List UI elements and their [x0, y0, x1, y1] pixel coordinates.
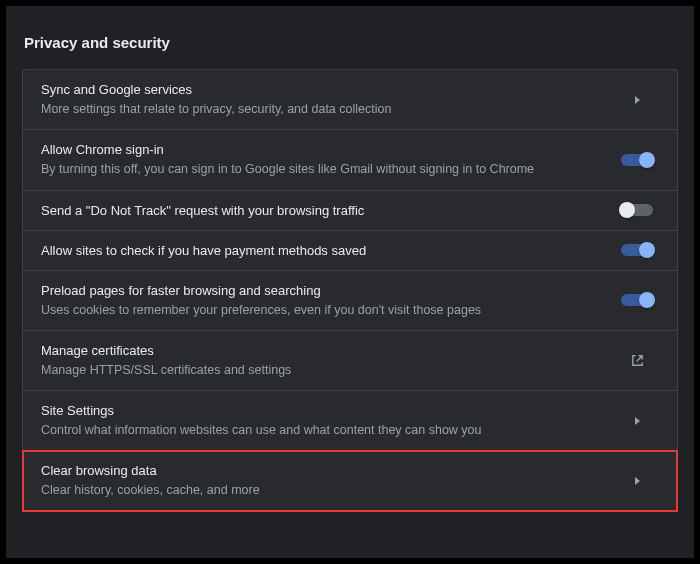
row-subtitle: Control what information websites can us…: [41, 422, 617, 438]
row-text: Site Settings Control what information w…: [41, 403, 617, 438]
row-site-settings[interactable]: Site Settings Control what information w…: [23, 391, 677, 451]
row-title: Send a "Do Not Track" request with your …: [41, 203, 617, 218]
chevron-right-icon: [617, 477, 657, 485]
row-do-not-track[interactable]: Send a "Do Not Track" request with your …: [23, 191, 677, 231]
row-payment-methods[interactable]: Allow sites to check if you have payment…: [23, 231, 677, 271]
row-clear-browsing-data[interactable]: Clear browsing data Clear history, cooki…: [23, 451, 677, 510]
row-allow-chrome-sign-in[interactable]: Allow Chrome sign-in By turning this off…: [23, 130, 677, 190]
row-subtitle: More settings that relate to privacy, se…: [41, 101, 617, 117]
row-preload-pages[interactable]: Preload pages for faster browsing and se…: [23, 271, 677, 331]
row-title: Clear browsing data: [41, 463, 617, 478]
external-link-icon: [617, 353, 657, 368]
row-title: Site Settings: [41, 403, 617, 418]
row-title: Allow Chrome sign-in: [41, 142, 617, 157]
toggle-payment-methods[interactable]: [621, 244, 653, 256]
row-subtitle: Clear history, cookies, cache, and more: [41, 482, 617, 498]
row-text: Manage certificates Manage HTTPS/SSL cer…: [41, 343, 617, 378]
chevron-right-icon: [617, 417, 657, 425]
section-title: Privacy and security: [10, 20, 690, 69]
row-text: Send a "Do Not Track" request with your …: [41, 203, 617, 218]
row-text: Allow sites to check if you have payment…: [41, 243, 617, 258]
toggle-do-not-track[interactable]: [621, 204, 653, 216]
row-text: Preload pages for faster browsing and se…: [41, 283, 617, 318]
settings-card: Sync and Google services More settings t…: [22, 69, 678, 512]
row-text: Sync and Google services More settings t…: [41, 82, 617, 117]
row-title: Allow sites to check if you have payment…: [41, 243, 617, 258]
row-subtitle: Uses cookies to remember your preference…: [41, 302, 617, 318]
row-text: Clear browsing data Clear history, cooki…: [41, 463, 617, 498]
toggle-allow-sign-in[interactable]: [621, 154, 653, 166]
row-subtitle: Manage HTTPS/SSL certificates and settin…: [41, 362, 617, 378]
row-subtitle: By turning this off, you can sign in to …: [41, 161, 617, 177]
row-title: Sync and Google services: [41, 82, 617, 97]
row-manage-certificates[interactable]: Manage certificates Manage HTTPS/SSL cer…: [23, 331, 677, 391]
row-title: Preload pages for faster browsing and se…: [41, 283, 617, 298]
row-title: Manage certificates: [41, 343, 617, 358]
toggle-preload-pages[interactable]: [621, 294, 653, 306]
settings-panel: Privacy and security Sync and Google ser…: [6, 6, 694, 558]
chevron-right-icon: [617, 96, 657, 104]
row-sync-google-services[interactable]: Sync and Google services More settings t…: [23, 70, 677, 130]
row-text: Allow Chrome sign-in By turning this off…: [41, 142, 617, 177]
